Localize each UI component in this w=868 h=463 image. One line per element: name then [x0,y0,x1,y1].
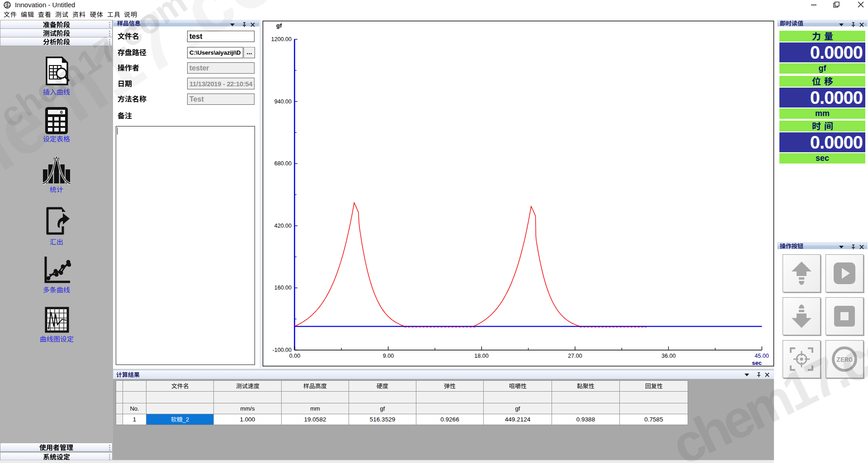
svg-text:1200.00: 1200.00 [271,36,292,42]
svg-text:18.00: 18.00 [474,353,488,359]
svg-text:36.00: 36.00 [661,353,675,359]
svg-text:27.00: 27.00 [568,353,582,359]
svg-text:45.00: 45.00 [755,353,769,359]
svg-text:sec: sec [752,360,762,366]
svg-text:gf: gf [276,22,282,29]
svg-text:680.00: 680.00 [274,160,292,167]
svg-text:9.00: 9.00 [383,353,394,359]
svg-text:940.00: 940.00 [274,98,292,105]
svg-text:0.00: 0.00 [289,353,300,359]
svg-text:160.00: 160.00 [274,285,292,291]
svg-text:420.00: 420.00 [274,223,292,229]
svg-text:-100.00: -100.00 [273,347,292,353]
